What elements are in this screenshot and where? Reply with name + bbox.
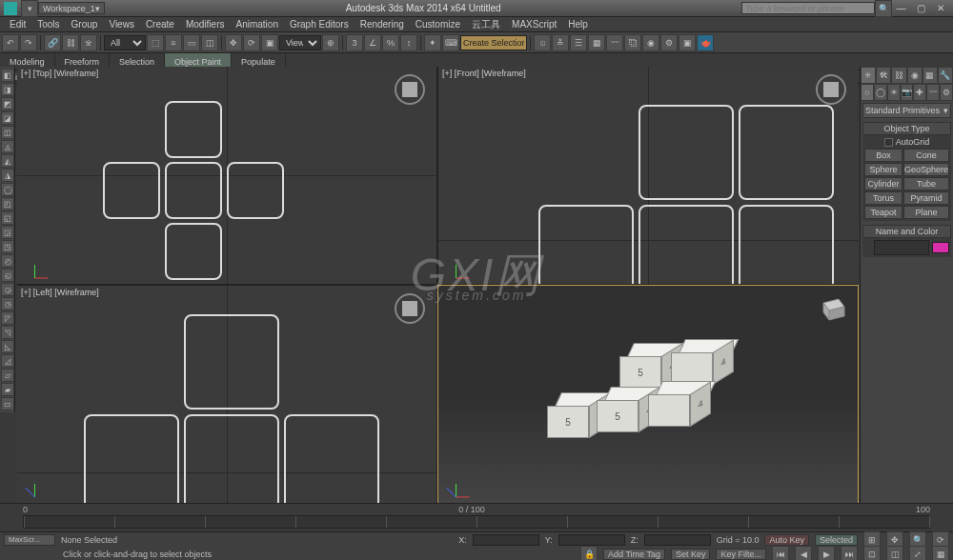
play-fwd[interactable]: ⏭ — [841, 546, 858, 561]
left-tool-2[interactable]: ◨ — [1, 83, 14, 96]
left-tool-15[interactable]: ◵ — [1, 269, 14, 282]
btn-box[interactable]: Box — [864, 149, 902, 162]
maximize-button[interactable]: ▢ — [912, 3, 929, 13]
close-button[interactable]: ✕ — [932, 3, 949, 13]
nav-8[interactable]: ▦ — [932, 546, 949, 561]
tab-modify[interactable]: 🛠 — [876, 67, 891, 84]
play-button[interactable]: ▶ — [818, 546, 835, 561]
viewcube-persp[interactable] — [816, 293, 846, 324]
scale-button[interactable]: ▣ — [261, 34, 278, 51]
menu-create[interactable]: Create — [140, 19, 180, 30]
btn-tube[interactable]: Tube — [903, 177, 949, 190]
menu-views[interactable]: Views — [103, 19, 140, 30]
nav-5[interactable]: ⊡ — [863, 546, 881, 561]
left-tool-7[interactable]: ◭ — [1, 154, 14, 168]
select-by-name-button[interactable]: ≡ — [165, 34, 182, 51]
curve-editor-button[interactable]: 〰 — [606, 34, 623, 51]
maxscript-listener[interactable]: MaxScr... — [4, 534, 55, 546]
left-tool-14[interactable]: ◴ — [1, 254, 14, 268]
object-color-swatch[interactable] — [932, 242, 949, 253]
coord-z-input[interactable] — [644, 534, 711, 546]
viewport-perspective[interactable]: 54 4 5 54 4 — [438, 286, 858, 503]
window-crossing-button[interactable]: ◫ — [201, 34, 218, 51]
left-tool-21[interactable]: ◿ — [1, 354, 14, 368]
render-button[interactable]: 🫖 — [697, 34, 714, 51]
left-tool-22[interactable]: ▱ — [1, 369, 14, 382]
manipulate-button[interactable]: ✦ — [424, 34, 441, 51]
tab-hierarchy[interactable]: ⛓ — [891, 67, 906, 84]
left-tool-9[interactable]: ◯ — [1, 183, 14, 196]
link-button[interactable]: 🔗 — [44, 34, 61, 51]
left-tool-20[interactable]: ◺ — [1, 340, 14, 353]
key-filters-button[interactable]: Key Filte... — [716, 549, 766, 560]
minimize-button[interactable]: — — [892, 3, 909, 13]
left-tool-13[interactable]: ◳ — [1, 240, 14, 253]
nav-7[interactable]: ⤢ — [909, 546, 926, 561]
render-setup-button[interactable]: ⚙ — [660, 34, 678, 51]
cat-geometry[interactable]: ○ — [861, 84, 874, 101]
tab-utilities[interactable]: 🔧 — [938, 67, 953, 84]
auto-key-button[interactable]: Auto Key — [764, 534, 809, 546]
primitive-dropdown[interactable]: Standard Primitives▾ — [862, 103, 951, 118]
viewcube-front[interactable] — [816, 74, 846, 105]
render-frame-button[interactable]: ▣ — [679, 34, 696, 51]
add-time-tag-button[interactable]: Add Time Tag — [603, 549, 665, 560]
percent-snap-button[interactable]: % — [382, 34, 399, 51]
left-tool-18[interactable]: ◸ — [1, 311, 14, 325]
play-back[interactable]: ◀ — [795, 546, 812, 561]
menu-cloud[interactable]: 云工具 — [466, 18, 506, 31]
btn-cylinder[interactable]: Cylinder — [864, 177, 902, 190]
menu-edit[interactable]: Edit — [4, 19, 31, 30]
menu-group[interactable]: Group — [66, 19, 104, 30]
object-type-header[interactable]: Object Type — [862, 122, 951, 135]
viewport-front[interactable]: [+] [Front] [Wireframe] — [438, 67, 858, 284]
autogrid-checkbox[interactable] — [884, 138, 893, 147]
cat-cameras[interactable]: 📷 — [901, 84, 914, 101]
play-prev[interactable]: ⏮ — [772, 546, 789, 561]
left-tool-1[interactable]: ◧ — [1, 69, 14, 82]
left-tool-8[interactable]: ◮ — [1, 169, 14, 182]
rotate-button[interactable]: ⟳ — [243, 34, 260, 51]
ref-coord-system[interactable]: View — [279, 35, 321, 50]
btn-geosphere[interactable]: GeoSphere — [903, 163, 949, 176]
btn-teapot[interactable]: Teapot — [864, 206, 902, 219]
object-name-input[interactable] — [874, 240, 929, 255]
menu-grapheditors[interactable]: Graph Editors — [284, 19, 355, 30]
lock-selection[interactable]: 🔒 — [580, 546, 598, 561]
menu-animation[interactable]: Animation — [230, 19, 283, 30]
cat-shapes[interactable]: ◯ — [874, 84, 887, 101]
material-editor-button[interactable]: ◉ — [642, 34, 659, 51]
tab-display[interactable]: ▦ — [923, 67, 938, 84]
select-button[interactable]: ⬚ — [147, 34, 164, 51]
layers-button[interactable]: ☰ — [570, 34, 587, 51]
cat-lights[interactable]: ☀ — [887, 84, 901, 101]
menu-rendering[interactable]: Rendering — [355, 19, 410, 30]
bind-spacewarp-button[interactable]: ※ — [80, 34, 97, 51]
cat-spacewarps[interactable]: 〰 — [926, 84, 940, 101]
pivot-center-button[interactable]: ⊕ — [322, 34, 339, 51]
tab-motion[interactable]: ◉ — [907, 67, 923, 84]
viewcube-top[interactable] — [395, 74, 425, 105]
menu-modifiers[interactable]: Modifiers — [180, 19, 231, 30]
redo-button[interactable]: ↷ — [20, 34, 37, 51]
viewport-top[interactable]: [+] [Top] [Wireframe] — [17, 67, 436, 284]
btn-pyramid[interactable]: Pyramid — [903, 191, 949, 205]
keyboard-shortcut-button[interactable]: ⌨ — [442, 34, 459, 51]
left-tool-12[interactable]: ◲ — [1, 226, 14, 239]
viewport-front-label[interactable]: [+] [Front] [Wireframe] — [442, 69, 526, 78]
selection-filter[interactable]: All — [104, 35, 146, 50]
left-tool-17[interactable]: ◷ — [1, 297, 14, 310]
unlink-button[interactable]: ⛓ — [62, 34, 79, 51]
btn-torus[interactable]: Torus — [864, 191, 902, 205]
app-menu-arrow[interactable]: ▾ — [21, 0, 38, 17]
left-tool-4[interactable]: ◪ — [1, 111, 14, 125]
coord-y-input[interactable] — [558, 534, 625, 546]
spinner-snap-button[interactable]: ↕ — [400, 34, 417, 51]
undo-button[interactable]: ↶ — [2, 34, 19, 51]
nav-6[interactable]: ◫ — [886, 546, 903, 561]
viewport-top-label[interactable]: [+] [Top] [Wireframe] — [21, 69, 98, 78]
left-tool-19[interactable]: ◹ — [1, 326, 14, 339]
left-tool-5[interactable]: ◫ — [1, 126, 14, 139]
viewcube-left[interactable] — [395, 293, 425, 324]
angle-snap-button[interactable]: ∠ — [364, 34, 381, 51]
